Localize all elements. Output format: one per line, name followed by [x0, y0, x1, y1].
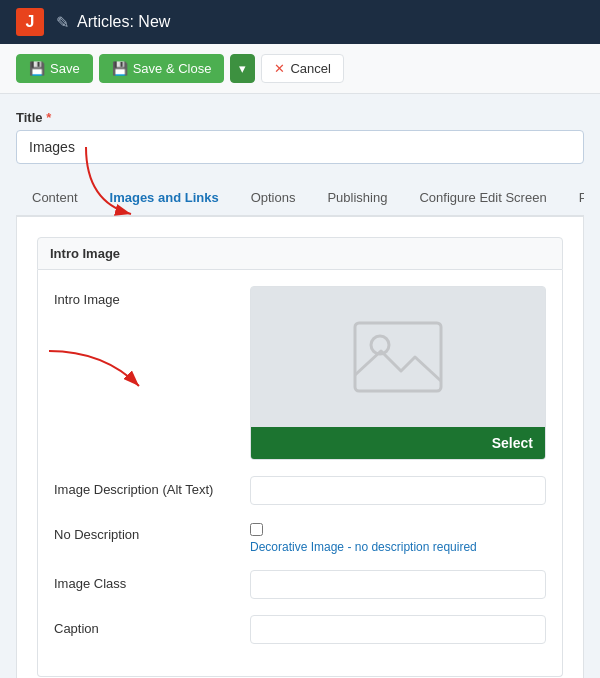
no-description-field: Decorative Image - no description requir… — [250, 521, 546, 554]
tabs-bar: Content Images and Links Options Publish… — [16, 180, 584, 217]
tab-images-links[interactable]: Images and Links — [94, 180, 235, 217]
image-preview — [251, 287, 545, 427]
image-description-field — [250, 476, 546, 505]
image-class-label: Image Class — [54, 570, 234, 591]
cancel-button[interactable]: ✕ Cancel — [261, 54, 343, 83]
image-class-row: Image Class — [54, 570, 546, 599]
svg-rect-1 — [355, 323, 441, 391]
caption-field — [250, 615, 546, 644]
no-description-checkbox-row — [250, 521, 546, 536]
intro-image-field: Select — [250, 286, 546, 460]
dropdown-button[interactable]: ▾ — [230, 54, 255, 83]
image-placeholder-icon — [353, 321, 443, 393]
top-bar: J ✎ Articles: New — [0, 0, 600, 44]
decorative-hint: Decorative Image - no description requir… — [250, 540, 546, 554]
no-description-row: No Description Decorative Image - no des… — [54, 521, 546, 554]
section-body-intro-image: Intro Image Select — [37, 270, 563, 677]
pencil-icon: ✎ — [56, 13, 69, 32]
content-area: Title * Content Images and Links Options… — [0, 94, 600, 678]
title-field-group: Title * — [16, 110, 584, 164]
section-title-intro-image: Intro Image — [37, 237, 563, 270]
annotation-arrow-2 — [44, 346, 164, 406]
tab-options[interactable]: Options — [235, 180, 312, 217]
caption-row: Caption — [54, 615, 546, 644]
intro-image-label: Intro Image — [54, 286, 234, 307]
save-close-button[interactable]: 💾 Save & Close — [99, 54, 225, 83]
caption-label: Caption — [54, 615, 234, 636]
title-label: Title * — [16, 110, 584, 125]
page-title: ✎ Articles: New — [56, 13, 170, 32]
tab-content[interactable]: Content — [16, 180, 94, 217]
x-icon: ✕ — [274, 61, 285, 76]
image-class-field — [250, 570, 546, 599]
joomla-logo: J — [16, 8, 44, 36]
tab-permissions[interactable]: Permissions — [563, 180, 584, 217]
no-description-checkbox[interactable] — [250, 523, 263, 536]
save-icon: 💾 — [29, 61, 45, 76]
save-close-icon: 💾 — [112, 61, 128, 76]
caption-input[interactable] — [250, 615, 546, 644]
image-description-row: Image Description (Alt Text) — [54, 476, 546, 505]
select-image-button[interactable]: Select — [251, 427, 545, 459]
image-description-label: Image Description (Alt Text) — [54, 476, 234, 497]
save-button[interactable]: 💾 Save — [16, 54, 93, 83]
intro-image-row: Intro Image Select — [54, 286, 546, 460]
tab-publishing[interactable]: Publishing — [311, 180, 403, 217]
required-marker: * — [46, 110, 51, 125]
image-class-input[interactable] — [250, 570, 546, 599]
chevron-down-icon: ▾ — [239, 61, 246, 76]
title-input[interactable] — [16, 130, 584, 164]
toolbar: 💾 Save 💾 Save & Close ▾ ✕ Cancel — [0, 44, 600, 94]
image-preview-wrap: Select — [250, 286, 546, 460]
intro-image-section: Intro Image Intro Image — [37, 237, 563, 677]
image-description-input[interactable] — [250, 476, 546, 505]
tab-configure-edit[interactable]: Configure Edit Screen — [403, 180, 562, 217]
no-description-label: No Description — [54, 521, 234, 542]
main-panel: Intro Image Intro Image — [16, 217, 584, 678]
